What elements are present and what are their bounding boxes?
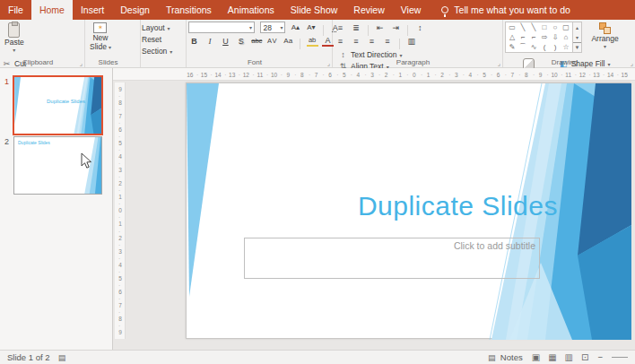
shape-option[interactable]: ∿: [528, 42, 539, 52]
paragraph-group: ≡ ≣ ⇤ ⇥ ↕ ≡ ≡ ≡ ≡ ▥: [333, 20, 503, 67]
paste-icon: [8, 22, 20, 38]
numbering-button[interactable]: ≣: [350, 22, 361, 33]
tab-animations[interactable]: Animations: [220, 0, 283, 20]
shape-option[interactable]: ○: [550, 22, 561, 32]
shape-option[interactable]: ⇩: [550, 32, 561, 42]
section-button[interactable]: Section ▾: [142, 46, 172, 56]
clipboard-dialog-launcher-icon[interactable]: ⌟: [80, 60, 83, 66]
shape-option[interactable]: ╲: [528, 22, 539, 32]
arrange-icon: [599, 22, 612, 34]
text-shadow-button[interactable]: S: [235, 35, 247, 47]
slideshow-view-button[interactable]: ⊡: [581, 352, 588, 362]
slide-title-text[interactable]: Duplicate Slides: [187, 191, 558, 221]
text-highlight-button[interactable]: ab: [307, 35, 318, 47]
scroll-up-icon[interactable]: ▴: [573, 22, 581, 32]
slides-group: ✶ New Slide ▾ Slides: [85, 20, 141, 67]
zoom-slider[interactable]: [612, 357, 628, 358]
font-dialog-launcher-icon[interactable]: ⌟: [327, 60, 330, 66]
bullets-button[interactable]: ≡: [335, 22, 346, 33]
shape-option[interactable]: ☆: [561, 42, 571, 52]
reset-button[interactable]: Reset: [142, 34, 172, 45]
tab-transitions[interactable]: Transitions: [158, 0, 220, 20]
shape-option[interactable]: ⌒: [518, 42, 528, 52]
paste-label: Paste: [4, 38, 24, 47]
font-name-combobox[interactable]: ▾: [188, 22, 255, 33]
slide-thumbnail-1[interactable]: Duplicate Slides: [14, 77, 101, 134]
chevron-down-icon: ▾: [13, 47, 15, 53]
slide-2-title: Duplicate Slides: [18, 140, 50, 145]
strikethrough-button[interactable]: abc: [251, 35, 263, 47]
ribbon: Paste ▾ ✂ Cut ❐ Copy ▾ ✎ Format Painter …: [0, 20, 635, 68]
font-group: ▾ 28 ▾ A▴ A▾ A B I U S abc AV Aa: [187, 20, 333, 67]
paste-button[interactable]: Paste ▾: [2, 22, 27, 57]
tab-file[interactable]: File: [0, 0, 31, 20]
tab-review[interactable]: Review: [345, 0, 392, 20]
notes-toggle-button[interactable]: ▤ Notes: [487, 352, 523, 362]
bold-button[interactable]: B: [188, 35, 200, 47]
justify-button[interactable]: ≡: [381, 35, 393, 47]
shape-option[interactable]: □: [539, 22, 550, 32]
tab-slide-show[interactable]: Slide Show: [283, 0, 346, 20]
layout-button[interactable]: Layout ▾: [142, 22, 172, 33]
shape-option[interactable]: ▢: [561, 22, 571, 32]
reset-label: Reset: [142, 35, 161, 44]
scroll-down-icon[interactable]: ▾: [573, 32, 581, 42]
shape-option[interactable]: ╲: [518, 22, 528, 32]
slides-group-right: Layout ▾ Reset Section ▾: [140, 20, 187, 67]
layout-label: Layout: [142, 23, 165, 32]
slide-editing-area[interactable]: Duplicate Slides Click to add subtitle: [186, 82, 631, 339]
change-case-button[interactable]: Aa: [283, 35, 294, 47]
shape-option[interactable]: (: [539, 42, 550, 52]
align-right-button[interactable]: ≡: [366, 35, 378, 47]
tell-me-box[interactable]: Tell me what you want to do: [441, 0, 570, 20]
tab-home[interactable]: Home: [31, 0, 73, 20]
tab-insert[interactable]: Insert: [73, 0, 112, 20]
normal-view-button[interactable]: ▣: [532, 352, 540, 362]
character-spacing-button[interactable]: AV: [266, 35, 278, 47]
shape-option[interactable]: ▭: [507, 22, 518, 32]
paragraph-dialog-launcher-icon[interactable]: ⌟: [498, 60, 500, 66]
shapes-gallery-scrollbar[interactable]: ▴▾▼: [573, 22, 582, 53]
slides-group-label: Slides: [85, 58, 131, 66]
increase-indent-button[interactable]: ⇥: [390, 22, 402, 33]
shape-option[interactable]: ): [550, 42, 561, 52]
spellcheck-icon[interactable]: ▤: [57, 353, 67, 362]
shapes-more-icon[interactable]: ▼: [573, 42, 581, 52]
chevron-down-icon: ▾: [604, 43, 606, 49]
slide-2-number: 2: [4, 137, 9, 146]
notes-label: Notes: [500, 352, 523, 362]
italic-button[interactable]: I: [204, 35, 215, 47]
underline-button[interactable]: U: [220, 35, 231, 47]
shrink-font-button[interactable]: A▾: [305, 22, 317, 33]
shape-option[interactable]: ⇨: [539, 32, 550, 42]
shape-option[interactable]: ⌐: [518, 32, 528, 42]
clipboard-group: Paste ▾ ✂ Cut ❐ Copy ▾ ✎ Format Painter …: [0, 20, 85, 67]
decrease-indent-button[interactable]: ⇤: [374, 22, 386, 33]
shape-option[interactable]: ⌂: [561, 32, 571, 42]
new-slide-button[interactable]: ✶ New Slide ▾: [87, 22, 114, 57]
align-center-button[interactable]: ≡: [350, 35, 361, 47]
columns-button[interactable]: ▥: [405, 35, 417, 47]
shape-option[interactable]: ✎: [507, 42, 518, 52]
shape-option[interactable]: ⌐: [528, 32, 539, 42]
align-left-button[interactable]: ≡: [335, 35, 346, 47]
lightbulb-icon: [441, 6, 448, 13]
ribbon-tab-bar: File Home Insert Design Transitions Anim…: [0, 0, 635, 20]
new-slide-label-2: Slide: [90, 42, 107, 51]
font-size-combobox[interactable]: 28 ▾: [260, 22, 285, 33]
arrange-button[interactable]: Arrange ▾: [588, 22, 621, 57]
subtitle-placeholder[interactable]: Click to add subtitle: [244, 238, 540, 279]
tab-view[interactable]: View: [393, 0, 430, 20]
line-spacing-button[interactable]: ↕: [414, 22, 426, 33]
zoom-out-button[interactable]: −: [597, 352, 603, 362]
subtitle-placeholder-text: Click to add subtitle: [454, 240, 535, 251]
reading-view-button[interactable]: ▥: [565, 352, 573, 362]
shape-option[interactable]: △: [507, 32, 518, 42]
grow-font-button[interactable]: A▴: [290, 22, 301, 33]
slide-sorter-view-button[interactable]: ▦: [548, 352, 556, 362]
drawing-dialog-launcher-icon[interactable]: ⌟: [631, 60, 633, 66]
tab-design[interactable]: Design: [112, 0, 158, 20]
chevron-down-icon: ▾: [109, 44, 111, 50]
tell-me-label: Tell me what you want to do: [454, 4, 570, 15]
paragraph-group-label: Paragraph: [333, 58, 493, 66]
